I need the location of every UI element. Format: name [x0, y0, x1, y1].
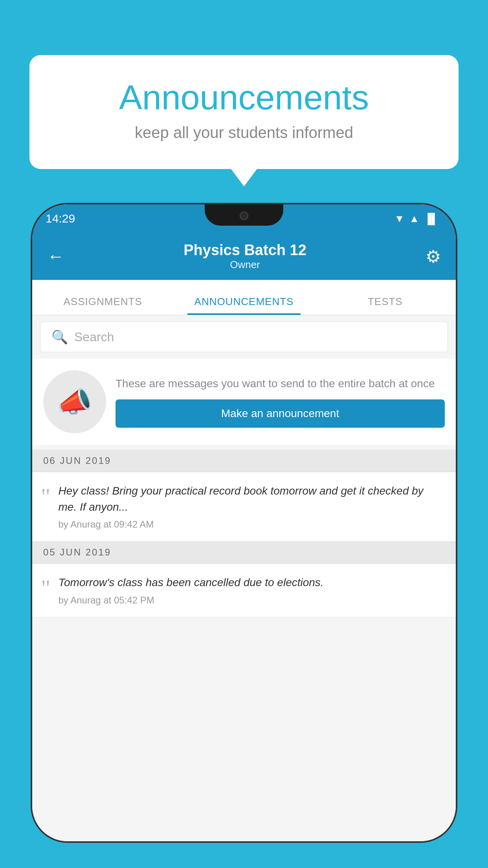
announcement-text-1: Hey class! Bring your practical record b… — [59, 483, 445, 515]
date-separator-2: 05 JUN 2019 — [32, 541, 456, 564]
announcement-promo: 📣 These are messages you want to send to… — [32, 359, 456, 445]
tab-assignments[interactable]: ASSIGNMENTS — [32, 296, 173, 315]
header-subtitle: Owner — [183, 259, 306, 271]
quote-icon-1: " — [41, 485, 51, 508]
header-center: Physics Batch 12 Owner — [183, 242, 306, 271]
announcement-item-1[interactable]: " Hey class! Bring your practical record… — [32, 472, 456, 541]
promo-description: These are messages you want to send to t… — [116, 376, 445, 391]
announcement-text-block-1: Hey class! Bring your practical record b… — [59, 483, 445, 530]
announcement-meta-2: by Anurag at 05:42 PM — [59, 595, 445, 606]
back-button[interactable]: ← — [47, 246, 64, 266]
tabs-bar: ASSIGNMENTS ANNOUNCEMENTS TESTS — [32, 280, 456, 315]
phone-frame: 14:29 ▼ ▲ ▐▌ ← Physics Batch 12 Owner ⚙ — [32, 204, 456, 841]
tab-announcements[interactable]: ANNOUNCEMENTS — [173, 296, 314, 315]
settings-icon[interactable]: ⚙ — [426, 246, 441, 267]
camera-dot — [240, 211, 248, 220]
search-placeholder: Search — [74, 330, 114, 344]
app-header: ← Physics Batch 12 Owner ⚙ — [32, 233, 456, 280]
announcement-meta-1: by Anurag at 09:42 AM — [59, 519, 445, 530]
make-announcement-button[interactable]: Make an announcement — [116, 399, 445, 428]
header-title: Physics Batch 12 — [183, 242, 306, 259]
status-time: 14:29 — [46, 212, 75, 225]
wifi-icon: ▼ — [394, 213, 405, 225]
megaphone-icon: 📣 — [57, 385, 92, 419]
screen-content: 🔍 Search 📣 These are messages you want t… — [32, 315, 456, 841]
bubble-subtitle: keep all your students informed — [61, 124, 427, 142]
promo-right: These are messages you want to send to t… — [116, 376, 445, 427]
phone-wrapper: 14:29 ▼ ▲ ▐▌ ← Physics Batch 12 Owner ⚙ — [32, 204, 456, 868]
announcement-text-2: Tomorrow's class has been cancelled due … — [59, 575, 445, 591]
bubble-title: Announcements — [61, 79, 427, 117]
battery-icon: ▐▌ — [424, 213, 438, 225]
announcement-item-2[interactable]: " Tomorrow's class has been cancelled du… — [32, 564, 456, 617]
quote-icon-2: " — [41, 576, 51, 600]
tab-tests[interactable]: TESTS — [315, 296, 456, 315]
status-icons: ▼ ▲ ▐▌ — [394, 213, 438, 225]
search-bar[interactable]: 🔍 Search — [40, 322, 448, 352]
search-icon: 🔍 — [51, 329, 68, 345]
signal-icon: ▲ — [409, 213, 419, 225]
megaphone-circle: 📣 — [43, 370, 106, 433]
speech-bubble: Announcements keep all your students inf… — [29, 55, 459, 169]
date-separator-1: 06 JUN 2019 — [32, 450, 456, 472]
speech-bubble-container: Announcements keep all your students inf… — [29, 55, 459, 169]
announcement-text-block-2: Tomorrow's class has been cancelled due … — [59, 575, 445, 606]
phone-notch — [205, 204, 283, 226]
